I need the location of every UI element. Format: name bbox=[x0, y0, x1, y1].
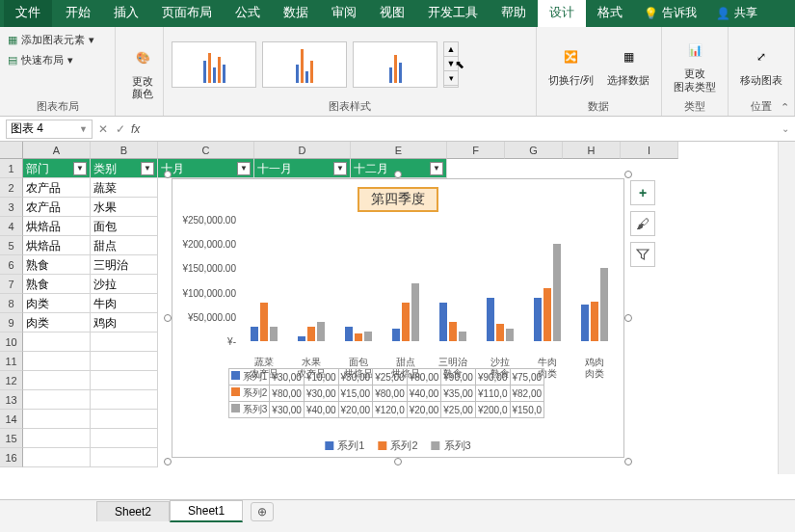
filter-dropdown-icon[interactable]: ▼ bbox=[237, 162, 251, 175]
move-chart-button[interactable]: ⤢移动图表 bbox=[736, 40, 786, 89]
y-axis: ¥250,000.00¥200,000.00¥150,000.00¥100,00… bbox=[182, 220, 240, 341]
chart-side-buttons: + 🖌 bbox=[630, 180, 655, 267]
share-icon: 👤 bbox=[716, 7, 730, 20]
cursor-icon: ⬉ bbox=[455, 58, 464, 71]
ribbon: ▦添加图表元素 ▾ ▤快速布局 ▾ 图表布局 🎨 更改 颜色 ▲▼▾ ⬉ 图表样… bbox=[0, 27, 795, 117]
layout-icon: ▤ bbox=[8, 54, 17, 66]
column-headers[interactable]: ABCDEFGHI bbox=[23, 142, 778, 159]
name-box[interactable]: 图表 4▼ bbox=[6, 120, 93, 139]
group-label-location: 位置 bbox=[736, 97, 786, 114]
add-chart-element-button[interactable]: ▦添加图表元素 ▾ bbox=[8, 31, 94, 49]
add-sheet-button[interactable]: ⊕ bbox=[251, 502, 274, 521]
lightbulb-icon: 💡 bbox=[644, 7, 658, 20]
vertical-scrollbar[interactable] bbox=[778, 142, 795, 474]
row-headers[interactable]: 12345678910111213141516 bbox=[0, 159, 23, 467]
select-data-button[interactable]: ▦选择数据 bbox=[603, 40, 653, 89]
chart-element-icon: ▦ bbox=[8, 34, 17, 46]
collapse-ribbon-icon[interactable]: ⌃ bbox=[781, 101, 789, 114]
chart-plot-area[interactable]: ¥250,000.00¥200,000.00¥150,000.00¥100,00… bbox=[182, 220, 618, 355]
sheet-tab-sheet1[interactable]: Sheet1 bbox=[170, 500, 243, 522]
expand-formula-bar-icon[interactable]: ⌄ bbox=[782, 123, 789, 134]
chart-bars bbox=[240, 220, 618, 341]
worksheet-grid[interactable]: ABCDEFGHI 12345678910111213141516 部门▼类别▼… bbox=[0, 142, 795, 474]
tab-file[interactable]: 文件 bbox=[4, 0, 52, 27]
select-all-corner[interactable] bbox=[0, 142, 23, 159]
select-data-icon: ▦ bbox=[613, 41, 644, 72]
change-colors-button[interactable]: 🎨 更改 颜色 bbox=[123, 40, 162, 102]
switch-icon: 🔀 bbox=[555, 41, 586, 72]
tab-data[interactable]: 数据 bbox=[272, 0, 320, 27]
move-icon: ⤢ bbox=[746, 41, 777, 72]
scroll-up-icon[interactable]: ▲ bbox=[444, 42, 458, 57]
formula-bar: 图表 4▼ ✕ ✓ fx ⌄ bbox=[0, 117, 795, 142]
status-bar bbox=[0, 522, 795, 532]
filter-dropdown-icon[interactable]: ▼ bbox=[73, 162, 87, 175]
group-label-data: 数据 bbox=[544, 97, 653, 114]
chart-styles-gallery[interactable]: ▲▼▾ ⬉ bbox=[172, 31, 528, 97]
tab-insert[interactable]: 插入 bbox=[102, 0, 150, 27]
chart-style-2[interactable] bbox=[262, 41, 347, 88]
change-chart-type-button[interactable]: 📊更改 图表类型 bbox=[670, 33, 720, 94]
quick-layout-button[interactable]: ▤快速布局 ▾ bbox=[8, 51, 73, 69]
tab-developer[interactable]: 开发工具 bbox=[416, 0, 490, 27]
group-label-styles: 图表样式 bbox=[172, 97, 528, 114]
tab-view[interactable]: 视图 bbox=[368, 0, 416, 27]
tab-review[interactable]: 审阅 bbox=[320, 0, 368, 27]
filter-dropdown-icon[interactable]: ▼ bbox=[430, 162, 443, 175]
sheet-tab-sheet2[interactable]: Sheet2 bbox=[96, 501, 170, 521]
chevron-down-icon[interactable]: ▼ bbox=[79, 124, 88, 134]
tab-help[interactable]: 帮助 bbox=[490, 0, 538, 27]
chart-styles-button[interactable]: 🖌 bbox=[630, 211, 655, 236]
cancel-formula-icon[interactable]: ✕ bbox=[98, 122, 108, 136]
ribbon-tabs: 文件 开始 插入 页面布局 公式 数据 审阅 视图 开发工具 帮助 设计 格式 … bbox=[0, 0, 795, 27]
chart-title[interactable]: 第四季度 bbox=[358, 187, 438, 212]
group-label-type: 类型 bbox=[670, 97, 720, 114]
chart-style-3[interactable] bbox=[353, 41, 437, 88]
tell-me[interactable]: 💡告诉我 bbox=[634, 0, 706, 27]
expand-gallery-icon[interactable]: ▾ bbox=[444, 71, 458, 86]
tab-home[interactable]: 开始 bbox=[54, 0, 102, 27]
switch-row-col-button[interactable]: 🔀切换行/列 bbox=[544, 40, 597, 89]
chart-data-table: 系列1¥30,00¥10,00¥30,00¥25,00¥80,00¥90,00¥… bbox=[228, 368, 544, 418]
tab-format[interactable]: 格式 bbox=[586, 0, 634, 27]
chart-filters-button[interactable] bbox=[630, 242, 655, 267]
filter-dropdown-icon[interactable]: ▼ bbox=[333, 162, 347, 175]
chart-style-1[interactable] bbox=[172, 41, 256, 88]
share-button[interactable]: 👤共享 bbox=[706, 0, 767, 27]
embedded-chart[interactable]: 第四季度 ¥250,000.00¥200,000.00¥150,000.00¥1… bbox=[172, 178, 624, 458]
tab-page-layout[interactable]: 页面布局 bbox=[150, 0, 224, 27]
filter-icon bbox=[636, 248, 649, 261]
confirm-formula-icon[interactable]: ✓ bbox=[116, 122, 125, 136]
tab-formulas[interactable]: 公式 bbox=[224, 0, 272, 27]
filter-dropdown-icon[interactable]: ▼ bbox=[141, 162, 154, 175]
chart-legend: 系列1系列2系列3 bbox=[325, 439, 470, 453]
tab-design[interactable]: 设计 bbox=[538, 0, 586, 27]
chart-elements-button[interactable]: + bbox=[630, 180, 655, 205]
group-label-layout: 图表布局 bbox=[8, 97, 107, 114]
sheet-tabs: Sheet2 Sheet1 ⊕ bbox=[0, 499, 795, 522]
chart-type-icon: 📊 bbox=[679, 35, 710, 66]
palette-icon: 🎨 bbox=[127, 42, 158, 73]
fx-icon[interactable]: fx bbox=[131, 122, 140, 136]
